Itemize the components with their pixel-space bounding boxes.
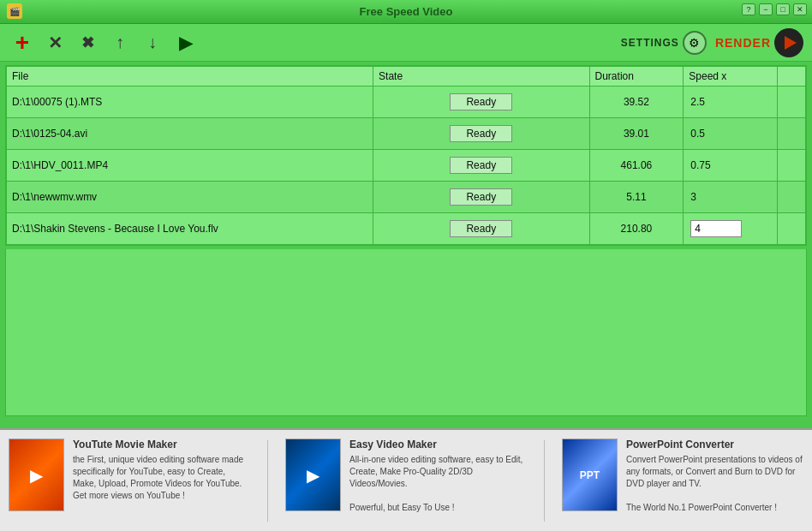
move-up-button[interactable]: ↑ — [106, 29, 134, 57]
file-cell: D:\1\00075 (1).MTS — [7, 87, 373, 118]
speed-cell[interactable] — [684, 213, 778, 245]
ad-text: Easy Video Maker All-in-one video editin… — [349, 439, 527, 514]
speed-input[interactable] — [690, 220, 742, 237]
file-cell: D:\1\HDV_0011.MP4 — [7, 150, 373, 182]
add-file-button[interactable]: + — [9, 29, 36, 57]
file-cell: D:\1\Shakin Stevens - Because I Love You… — [7, 213, 373, 245]
move-down-button[interactable]: ↓ — [139, 29, 166, 57]
table-body: D:\1\00075 (1).MTS Ready 39.52 2.5 D:\1\… — [7, 87, 806, 245]
play-button[interactable]: ▶ — [171, 29, 199, 57]
state-badge: Ready — [450, 188, 512, 206]
ad-description: Convert PowerPoint presentations to vide… — [626, 454, 803, 514]
file-cell: D:\1\0125-04.avi — [7, 118, 373, 150]
col-header-extra — [778, 67, 806, 87]
speed-cell: 3 — [684, 182, 778, 213]
ad-item-0[interactable]: YouTute Movie Maker the First, unique vi… — [9, 439, 250, 511]
state-badge: Ready — [450, 125, 512, 142]
col-header-duration: Duration — [589, 67, 684, 87]
render-button[interactable]: Render — [715, 29, 803, 57]
toolbar: + ✕ ✖ ↑ ↓ ▶ Settings ⚙ Render — [0, 24, 812, 62]
remove-file-button[interactable]: ✕ — [41, 29, 69, 57]
ad-title: YouTute Movie Maker — [73, 439, 250, 450]
file-cell: D:\1\newwmv.wmv — [7, 182, 373, 213]
settings-button[interactable]: Settings ⚙ — [621, 29, 707, 57]
ad-thumbnail — [285, 439, 341, 511]
speed-cell: 0.5 — [684, 118, 778, 150]
settings-label: Settings — [621, 37, 679, 49]
state-badge: Ready — [450, 93, 512, 110]
table-row: D:\1\HDV_0011.MP4 Ready 461.06 0.75 — [7, 150, 806, 182]
duration-cell: 461.06 — [589, 150, 684, 182]
row-extra — [778, 213, 806, 245]
state-badge: Ready — [450, 220, 512, 237]
table-header: File State Duration Speed x — [7, 67, 806, 87]
duration-cell: 39.52 — [589, 87, 684, 118]
duration-cell: 39.01 — [589, 118, 684, 150]
state-cell: Ready — [373, 87, 589, 118]
row-extra — [778, 182, 806, 213]
table-row: D:\1\newwmv.wmv Ready 5.11 3 — [7, 182, 806, 213]
state-cell: Ready — [373, 150, 589, 182]
render-play-icon — [774, 28, 803, 57]
window-controls: ? − □ ✕ — [742, 3, 807, 15]
ad-description: All-in-one video editing software, easy … — [349, 454, 527, 514]
ad-thumbnail — [562, 439, 618, 511]
ad-title: PowerPoint Converter — [626, 439, 803, 450]
speed-cell: 0.75 — [684, 150, 778, 182]
right-toolbar-buttons: Settings ⚙ Render — [621, 29, 803, 57]
titlebar: 🎬 Free Speed Video ? − □ ✕ — [0, 0, 812, 24]
ad-description: the First, unique video editing software… — [73, 454, 250, 502]
row-extra — [778, 118, 806, 150]
close-button[interactable]: ✕ — [793, 3, 807, 15]
col-header-speed: Speed x — [684, 67, 778, 87]
state-cell: Ready — [373, 182, 589, 213]
render-label: Render — [715, 36, 771, 50]
empty-content-area — [5, 249, 807, 416]
state-badge: Ready — [450, 157, 512, 174]
col-header-file: File — [7, 67, 373, 87]
advertisement-bar: YouTute Movie Maker the First, unique vi… — [0, 428, 812, 531]
table-row: D:\1\Shakin Stevens - Because I Love You… — [7, 213, 806, 245]
ad-text: PowerPoint Converter Convert PowerPoint … — [626, 439, 803, 514]
col-header-state: State — [373, 67, 589, 87]
ad-divider — [267, 440, 268, 522]
state-cell: Ready — [373, 118, 589, 150]
maximize-button[interactable]: □ — [776, 3, 790, 15]
table-row: D:\1\00075 (1).MTS Ready 39.52 2.5 — [7, 87, 806, 118]
duration-cell: 210.80 — [589, 213, 684, 245]
speed-cell: 2.5 — [684, 87, 778, 118]
ad-text: YouTute Movie Maker the First, unique vi… — [73, 439, 250, 502]
ad-title: Easy Video Maker — [349, 439, 527, 450]
duration-cell: 5.11 — [589, 182, 684, 213]
window-title: Free Speed Video — [360, 5, 453, 18]
ad-item-2[interactable]: PowerPoint Converter Convert PowerPoint … — [562, 439, 803, 514]
minimize-button[interactable]: − — [759, 3, 773, 15]
row-extra — [778, 150, 806, 182]
ad-item-1[interactable]: Easy Video Maker All-in-one video editin… — [285, 439, 527, 514]
table-row: D:\1\0125-04.avi Ready 39.01 0.5 — [7, 118, 806, 150]
clear-all-button[interactable]: ✖ — [74, 29, 101, 57]
app-icon: 🎬 — [7, 3, 22, 19]
ad-divider — [544, 440, 545, 522]
file-table-container: File State Duration Speed x D:\1\00075 (… — [5, 65, 807, 246]
state-cell: Ready — [373, 213, 589, 245]
file-table: File State Duration Speed x D:\1\00075 (… — [6, 66, 806, 245]
row-extra — [778, 87, 806, 118]
gear-icon: ⚙ — [683, 31, 707, 55]
help-button[interactable]: ? — [742, 3, 755, 15]
ad-thumbnail — [9, 439, 64, 511]
